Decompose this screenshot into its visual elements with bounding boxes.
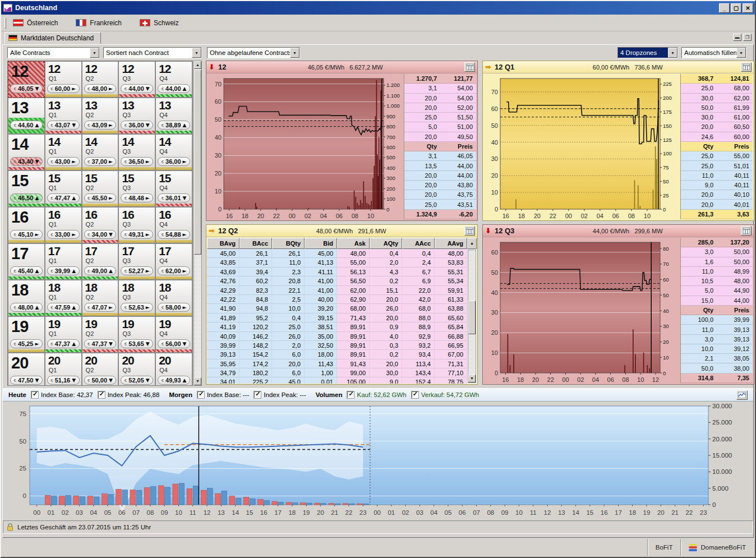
contracts-filter-dropdown[interactable]: Alle Contracts ▼ xyxy=(7,47,100,58)
ask-row[interactable]: 20,060,50 xyxy=(681,122,753,132)
checkbox[interactable] xyxy=(254,391,261,398)
contract-tile-20-q2[interactable]: 20Q2€50,00▼ xyxy=(82,353,119,386)
depth-row[interactable]: 45,0026,126,145,0048,000,40,448,00 xyxy=(207,249,467,258)
ask-row[interactable]: 20,054,00 xyxy=(404,94,476,103)
minimize-icon[interactable]: _ xyxy=(719,3,730,13)
checkbox[interactable] xyxy=(197,391,204,398)
depth-row[interactable]: 41,19120,225,038,5189,910,988,965,84 xyxy=(207,322,467,331)
view-toggle-icon[interactable] xyxy=(464,226,475,236)
contract-tile-17-q3[interactable]: 17Q3€52,27► xyxy=(118,243,155,280)
contract-tile-16-q3[interactable]: 16Q3€49,31► xyxy=(118,207,155,243)
ask-row[interactable]: 11,048,99 xyxy=(681,267,753,276)
ask-row[interactable]: 25,068,00 xyxy=(681,84,753,93)
bid-row[interactable]: 3,146,05 xyxy=(404,151,476,161)
contract-tile-19-q2[interactable]: 19Q2€47,37▼ xyxy=(82,316,119,353)
tab-marktdaten-deutschland[interactable]: Marktdaten Deutschland xyxy=(4,32,101,44)
contract-tile-15-q1[interactable]: 15Q1€47,47▲ xyxy=(45,170,82,207)
close-icon[interactable]: ✕ xyxy=(743,3,753,13)
depth-row[interactable]: 34,01225,245,00,01105,009,0152,478,75 xyxy=(207,377,467,384)
column-header-bid[interactable]: Bid xyxy=(305,238,337,249)
contract-tile-20-q4[interactable]: 20Q4€49,93▲ xyxy=(155,353,192,386)
bid-row[interactable]: 25,043,51 xyxy=(404,200,476,209)
contract-tile-12-q2[interactable]: 12Q2€48,00► xyxy=(82,61,119,98)
chevron-down-icon[interactable]: ▼ xyxy=(290,48,299,58)
ask-row[interactable]: 3,154,00 xyxy=(404,84,476,93)
view-toggle-icon[interactable] xyxy=(741,226,752,236)
bid-row[interactable]: 100,039,99 xyxy=(681,315,753,325)
chevron-down-icon[interactable]: ▼ xyxy=(192,48,201,58)
scrollbar-thumb[interactable] xyxy=(194,70,201,255)
dropzone-12-q1[interactable]: ➡12 Q160,00 €/MWh 736,6 MW01020304050607… xyxy=(482,61,754,221)
contract-tile-17-q1[interactable]: 17Q1€39,99▲ xyxy=(45,243,82,280)
view-toggle-icon[interactable] xyxy=(464,62,475,72)
contract-tile-14-q1[interactable]: 14Q1€43,00► xyxy=(45,134,82,170)
column-header-aavg[interactable]: AAvg xyxy=(435,238,467,249)
contract-tile-16[interactable]: 16€45,10► xyxy=(8,207,45,243)
panel-header[interactable]: ⬇1246,05 €/MWh 6.627,2 MW xyxy=(206,61,477,73)
toolbar-grip[interactable] xyxy=(4,17,6,29)
book-totals-bottom[interactable]: 314,87,35 xyxy=(681,373,753,383)
depth-row[interactable]: 41,9094,810,039,2068,0026,068,063,88 xyxy=(207,304,467,313)
contract-tile-17-q4[interactable]: 17Q4€62,00► xyxy=(155,243,192,280)
contract-tile-15-q2[interactable]: 15Q2€45,50► xyxy=(82,170,119,207)
contract-tile-12-q4[interactable]: 12Q4€44,00▲ xyxy=(155,61,192,98)
depth-table-scrollbar[interactable]: ▼ xyxy=(468,250,476,383)
contract-tile-19-q1[interactable]: 19Q1€47,37▲ xyxy=(45,316,82,353)
contract-tile-15-q4[interactable]: 15Q4€36,01▼ xyxy=(155,170,192,207)
contract-tile-15[interactable]: 15€46,50▲ xyxy=(8,170,45,207)
checkbox[interactable] xyxy=(98,391,105,398)
contract-tile-18-q2[interactable]: 18Q2€47,07► xyxy=(82,280,119,316)
country-button-oesterreich[interactable]: Österreich xyxy=(9,17,64,29)
maximize-icon[interactable]: ▢ xyxy=(731,3,741,13)
depth-row[interactable]: 42,2284,82,540,0062,9020,042,061,33 xyxy=(207,295,467,304)
depth-row[interactable]: 39,99148,22,032,5089,910,393,266,95 xyxy=(207,341,467,350)
scrollbar-thumb[interactable] xyxy=(468,301,476,334)
depth-row[interactable]: 43,6939,42,341,1156,134,36,755,31 xyxy=(207,268,467,276)
book-totals-top[interactable]: 1.270,7121,77 xyxy=(404,74,476,84)
column-header-aqty[interactable]: AQty xyxy=(370,238,402,249)
ask-row[interactable]: 30,062,00 xyxy=(681,94,753,103)
bid-row[interactable]: 20,043,80 xyxy=(404,181,476,190)
ask-row[interactable]: 25,051,50 xyxy=(404,113,476,122)
bid-row[interactable]: 25,051,01 xyxy=(681,161,753,170)
title-bar[interactable]: Deutschland _ ▢ ✕ xyxy=(1,1,755,15)
ask-row[interactable]: 1,650,00 xyxy=(681,257,753,267)
contract-tile-13-q3[interactable]: 13Q3€36,00▼ xyxy=(118,98,155,134)
contract-tile-20[interactable]: 20€47,50▼ xyxy=(8,353,45,386)
contract-tile-14-q2[interactable]: 14Q2€37,00► xyxy=(82,134,119,170)
dropzone-12-q3[interactable]: ⬇12 Q344,00 €/MWh 299,6 MW01020304050600… xyxy=(482,224,754,385)
index-chart-icon[interactable] xyxy=(736,390,748,400)
ask-row[interactable]: 50,061,99 xyxy=(681,103,753,113)
contract-tile-13-q2[interactable]: 13Q2€43,09► xyxy=(82,98,119,134)
depth-row[interactable]: 39,13154,26,018,0089,910,293,467,00 xyxy=(207,350,467,359)
scroll-up-icon[interactable]: ▲ xyxy=(467,238,477,249)
ask-row[interactable]: 3,050,00 xyxy=(681,247,753,257)
contract-tile-14[interactable]: 14€43,40▼ xyxy=(8,134,45,170)
book-totals-top[interactable]: 285,0137,20 xyxy=(681,238,753,247)
scroll-down-icon[interactable]: ▼ xyxy=(194,377,201,385)
book-totals-top[interactable]: 368,7124,81 xyxy=(681,74,753,84)
contract-tile-18-q4[interactable]: 18Q4€58,00► xyxy=(155,280,192,316)
panel-header[interactable]: ➡12 Q160,00 €/MWh 736,6 MW xyxy=(483,61,754,73)
book-column-header[interactable]: QtyPreis xyxy=(681,142,753,151)
bid-row[interactable]: 50,038,00 xyxy=(681,363,753,373)
contract-tile-13-q1[interactable]: 13Q1€43,07▼ xyxy=(45,98,82,134)
sort-dropdown[interactable]: Sortiert nach Contract ▼ xyxy=(103,47,202,58)
contract-tile-18-q3[interactable]: 18Q3€52,63► xyxy=(118,280,155,316)
contract-tile-16-q4[interactable]: 16Q4€54,88► xyxy=(155,207,192,243)
expired-filter-dropdown[interactable]: Ohne abgelaufene Contracts ▼ xyxy=(207,47,300,58)
depth-row[interactable]: 41,8995,20,439,1571,4320,088,065,60 xyxy=(207,313,467,322)
contract-tile-18-q1[interactable]: 18Q1€47,59▲ xyxy=(45,280,82,316)
bid-row[interactable]: 20,040,10 xyxy=(681,190,753,200)
ask-row[interactable]: 20,052,00 xyxy=(404,103,476,113)
bid-row[interactable]: 13,544,00 xyxy=(404,161,476,170)
bid-row[interactable]: 25,055,00 xyxy=(681,151,753,161)
country-button-frankreich[interactable]: Frankreich xyxy=(72,17,128,29)
ask-row[interactable]: 10,548,00 xyxy=(681,276,753,286)
contract-tile-12[interactable]: 12€46,05▼ xyxy=(8,61,45,98)
bid-row[interactable]: 9,040,11 xyxy=(681,181,753,190)
contract-tile-17[interactable]: 17€45,40▲ xyxy=(8,243,45,280)
ask-row[interactable]: 5,044,90 xyxy=(681,286,753,296)
bid-row[interactable]: 11,039,13 xyxy=(681,325,753,334)
bid-row[interactable]: 10,039,12 xyxy=(681,344,753,354)
